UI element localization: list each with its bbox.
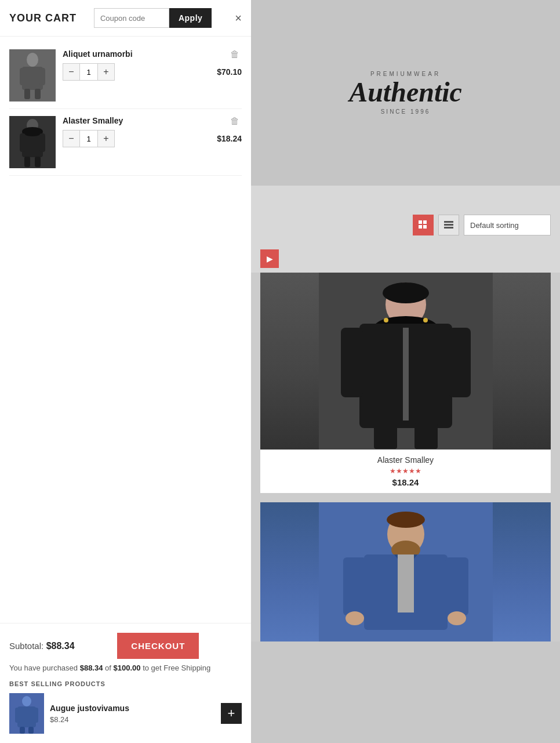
- add-to-cart-button[interactable]: +: [221, 703, 242, 724]
- product-stars: ★★★★★: [266, 467, 545, 475]
- product-image-area: [260, 273, 551, 450]
- quantity-control: − +: [63, 63, 115, 81]
- product-image-area: [260, 502, 551, 641]
- checkout-button[interactable]: CHECKOUT: [117, 633, 199, 659]
- quantity-increase-button[interactable]: +: [98, 131, 114, 147]
- cart-item: Aliquet urnamorbi 🗑 − + $70.10: [9, 42, 242, 109]
- brand-since-text: SINCE 1996: [349, 108, 462, 115]
- svg-rect-23: [423, 220, 427, 224]
- item-details: Aliquet urnamorbi 🗑 − + $70.10: [63, 49, 242, 81]
- cart-item: Alaster Smalley 🗑 − + $18.24: [9, 109, 242, 176]
- svg-rect-36: [449, 328, 471, 397]
- svg-rect-24: [419, 225, 422, 229]
- svg-rect-22: [419, 220, 422, 224]
- delete-item-button[interactable]: 🗑: [228, 49, 242, 60]
- close-button[interactable]: ×: [235, 12, 242, 24]
- svg-rect-35: [341, 328, 363, 397]
- free-shipping-of: of: [103, 664, 113, 672]
- brand-name: Authentic: [349, 78, 462, 106]
- cart-header: YOUR CART Apply ×: [0, 0, 251, 37]
- quantity-input[interactable]: [79, 64, 98, 80]
- svg-point-44: [387, 512, 425, 528]
- item-name: Aliquet urnamorbi: [63, 49, 133, 59]
- item-price: $70.10: [217, 67, 242, 77]
- svg-rect-28: [444, 227, 453, 229]
- item-top-row: Alaster Smalley 🗑: [63, 116, 242, 130]
- coupon-area: Apply: [94, 8, 212, 28]
- free-shipping-prefix: You have purchased: [9, 664, 80, 672]
- free-shipping-purchased: $88.34: [80, 664, 103, 672]
- svg-point-39: [384, 318, 388, 322]
- best-item-name: Augue justovivamus: [50, 704, 215, 713]
- svg-point-50: [448, 611, 466, 625]
- svg-rect-6: [35, 89, 41, 99]
- svg-rect-27: [444, 224, 453, 226]
- product-image: [319, 273, 493, 450]
- product-price: $18.24: [266, 477, 545, 487]
- svg-rect-46: [398, 554, 414, 612]
- best-selling-title: BEST SELLING PRODUCTS: [9, 680, 242, 687]
- quantity-input[interactable]: [79, 131, 98, 147]
- item-name: Alaster Smalley: [63, 116, 123, 125]
- list-icon: [444, 220, 453, 230]
- svg-rect-11: [20, 133, 26, 152]
- item-qty-row: − + $18.24: [63, 130, 242, 147]
- svg-rect-37: [374, 423, 397, 449]
- subtotal-label: Subtotal:: [9, 641, 43, 651]
- svg-rect-20: [20, 727, 25, 734]
- product-card: [260, 502, 551, 641]
- products-area: Alaster Smalley ★★★★★ $18.24: [251, 273, 560, 641]
- brand-area: PREMIUMWEAR Authentic SINCE 1996: [251, 0, 560, 186]
- filter-arrow-icon: ▶: [267, 254, 273, 263]
- quantity-decrease-button[interactable]: −: [63, 64, 79, 80]
- brand-logo: PREMIUMWEAR Authentic SINCE 1996: [349, 71, 462, 115]
- best-item-thumbnail: [9, 693, 44, 734]
- filter-row: ▶: [251, 245, 560, 273]
- item-details: Alaster Smalley 🗑 − + $18.24: [63, 116, 242, 147]
- filter-button[interactable]: ▶: [260, 249, 279, 268]
- best-selling-item: Augue justovivamus $8.24 +: [9, 693, 242, 734]
- free-shipping-message: You have purchased $88.34 of $100.00 to …: [9, 664, 242, 672]
- item-thumbnail: [9, 49, 56, 102]
- toolbar-area: Default sorting Price: Low to High Price…: [251, 186, 560, 245]
- item-top-row: Aliquet urnamorbi 🗑: [63, 49, 242, 63]
- coupon-input[interactable]: [94, 8, 169, 28]
- svg-rect-26: [444, 221, 453, 223]
- subtotal-amount: $88.34: [46, 641, 75, 651]
- cart-panel: YOUR CART Apply ×: [0, 0, 251, 743]
- svg-rect-13: [24, 157, 30, 167]
- subtotal-area: Subtotal: $88.34: [9, 641, 75, 651]
- quantity-decrease-button[interactable]: −: [63, 131, 79, 147]
- svg-rect-4: [39, 68, 45, 85]
- svg-rect-12: [39, 133, 45, 152]
- svg-point-40: [423, 318, 428, 322]
- svg-rect-38: [414, 423, 438, 449]
- subtotal-checkout-row: Subtotal: $88.34 CHECKOUT: [9, 633, 242, 659]
- svg-rect-3: [20, 68, 26, 85]
- background-page: PREMIUMWEAR Authentic SINCE 1996 Default…: [251, 0, 560, 743]
- svg-point-49: [346, 611, 364, 625]
- quantity-control: − +: [63, 130, 115, 147]
- svg-point-31: [383, 282, 429, 303]
- list-view-button[interactable]: [438, 215, 459, 235]
- grid-view-button[interactable]: [413, 215, 434, 235]
- sort-select[interactable]: Default sorting Price: Low to High Price…: [464, 215, 551, 235]
- best-item-price: $8.24: [50, 715, 215, 724]
- product-image: [319, 502, 493, 641]
- quantity-increase-button[interactable]: +: [98, 64, 114, 80]
- cart-title: YOUR CART: [9, 12, 77, 24]
- item-thumbnail: [9, 116, 56, 168]
- svg-rect-48: [445, 557, 468, 615]
- product-card: Alaster Smalley ★★★★★ $18.24: [260, 273, 551, 493]
- apply-button[interactable]: Apply: [169, 8, 212, 28]
- best-item-info: Augue justovivamus $8.24: [50, 704, 215, 724]
- svg-rect-47: [343, 557, 366, 615]
- delete-item-button[interactable]: 🗑: [228, 116, 242, 126]
- grid-icon: [419, 220, 428, 230]
- cart-items-list: Aliquet urnamorbi 🗑 − + $70.10: [0, 37, 251, 623]
- product-name: Alaster Smalley: [266, 455, 545, 465]
- svg-rect-14: [35, 157, 41, 167]
- svg-rect-25: [423, 225, 427, 229]
- item-qty-row: − + $70.10: [63, 63, 242, 81]
- svg-point-16: [22, 696, 31, 706]
